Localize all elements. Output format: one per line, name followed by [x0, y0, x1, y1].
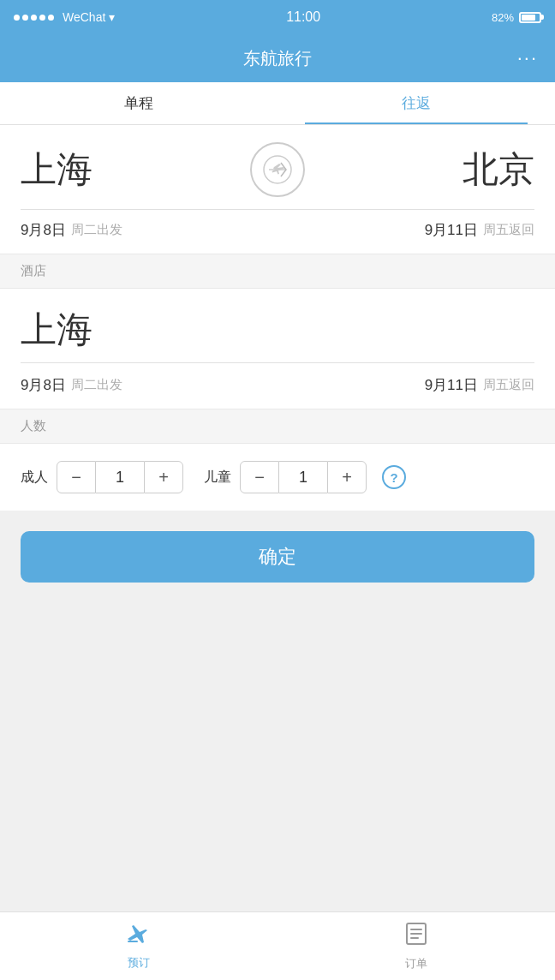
- status-time: 11:00: [286, 9, 320, 25]
- child-label: 儿童: [204, 469, 231, 487]
- book-icon: [125, 922, 152, 952]
- child-count: 1: [279, 461, 327, 493]
- signal-dots: [14, 15, 54, 21]
- adult-group: 成人 − 1 +: [21, 461, 183, 493]
- adult-stepper: − 1 +: [57, 461, 183, 493]
- tab-roundtrip[interactable]: 往返: [278, 82, 555, 124]
- battery-icon: [519, 12, 541, 23]
- status-right: 82%: [492, 11, 541, 24]
- confirm-area: 确定: [0, 511, 555, 603]
- empty-area: [0, 603, 555, 706]
- passengers-section: 成人 − 1 + 儿童 − 1 + ?: [0, 444, 555, 511]
- child-group: 儿童 − 1 + ?: [204, 461, 406, 493]
- wifi-icon: ▾: [109, 10, 115, 24]
- nav-title: 东航旅行: [243, 47, 312, 70]
- passenger-pair: 成人 − 1 + 儿童 − 1 + ?: [21, 461, 534, 493]
- carrier-label: WeChat: [63, 10, 105, 24]
- depart-date[interactable]: 9月8日 周二出发: [21, 220, 122, 240]
- battery-percent: 82%: [492, 11, 514, 24]
- hotel-section: 上海 9月8日 周二出发 9月11日 周五返回: [0, 289, 555, 409]
- nav-item-orders[interactable]: 订单: [278, 921, 555, 971]
- main-content: 上海 北京 9月8日 周二出发: [0, 125, 555, 911]
- hotel-label: 酒店: [0, 254, 555, 289]
- orders-icon: [403, 921, 429, 953]
- child-minus-button[interactable]: −: [240, 461, 279, 493]
- from-city[interactable]: 上海: [21, 146, 92, 194]
- to-city[interactable]: 北京: [462, 146, 534, 194]
- help-button[interactable]: ?: [382, 465, 406, 489]
- return-date[interactable]: 9月11日 周五返回: [425, 220, 534, 240]
- top-tabs: 单程 往返: [0, 82, 555, 125]
- adult-plus-button[interactable]: +: [144, 461, 183, 493]
- tab-oneway[interactable]: 单程: [0, 82, 278, 124]
- adult-label: 成人: [21, 469, 48, 487]
- more-button[interactable]: ···: [517, 47, 538, 69]
- hotel-city[interactable]: 上海: [21, 306, 534, 363]
- child-stepper: − 1 +: [240, 461, 367, 493]
- checkin-date[interactable]: 9月8日 周二出发: [21, 375, 122, 395]
- confirm-button[interactable]: 确定: [21, 531, 534, 583]
- flight-dates: 9月8日 周二出发 9月11日 周五返回: [21, 220, 534, 240]
- child-plus-button[interactable]: +: [327, 461, 367, 493]
- checkout-date[interactable]: 9月11日 周五返回: [425, 375, 534, 395]
- nav-orders-label: 订单: [405, 956, 427, 971]
- status-left: WeChat ▾: [14, 10, 115, 24]
- hotel-dates: 9月8日 周二出发 9月11日 周五返回: [21, 375, 534, 395]
- nav-bar: 东航旅行 ···: [0, 34, 555, 82]
- adult-count: 1: [96, 461, 144, 493]
- nav-item-book[interactable]: 预订: [0, 922, 278, 971]
- plane-icon: [250, 142, 305, 197]
- bottom-nav: 预订 订单: [0, 911, 555, 980]
- city-row: 上海 北京: [21, 142, 534, 197]
- passengers-label: 人数: [0, 409, 555, 444]
- adult-minus-button[interactable]: −: [57, 461, 96, 493]
- flight-section: 上海 北京 9月8日 周二出发: [0, 125, 555, 254]
- nav-book-label: 预订: [128, 955, 150, 971]
- status-bar: WeChat ▾ 11:00 82%: [0, 0, 555, 34]
